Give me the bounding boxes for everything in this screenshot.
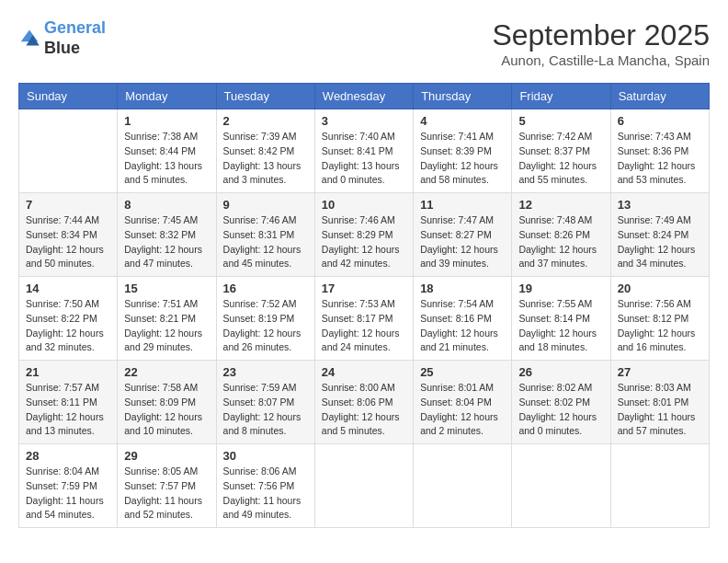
day-number: 22 <box>124 365 209 379</box>
title-area: September 2025 Aunon, Castille-La Mancha… <box>492 18 710 68</box>
day-info: Sunrise: 7:49 AMSunset: 8:24 PMDaylight:… <box>618 213 702 271</box>
calendar-header-row: SundayMondayTuesdayWednesdayThursdayFrid… <box>19 84 710 109</box>
day-number: 21 <box>26 365 110 379</box>
weekday-header: Friday <box>512 84 610 109</box>
calendar-cell: 28Sunrise: 8:04 AMSunset: 7:59 PMDayligh… <box>19 444 118 528</box>
calendar-week-row: 14Sunrise: 7:50 AMSunset: 8:22 PMDayligh… <box>19 277 710 361</box>
day-info: Sunrise: 7:46 AMSunset: 8:31 PMDaylight:… <box>223 213 308 271</box>
location: Aunon, Castille-La Mancha, Spain <box>492 52 710 68</box>
weekday-header: Wednesday <box>314 84 413 109</box>
calendar-cell: 29Sunrise: 8:05 AMSunset: 7:57 PMDayligh… <box>118 444 216 528</box>
logo-line2: Blue <box>44 39 106 59</box>
calendar-cell <box>314 444 413 528</box>
day-number: 15 <box>124 282 209 295</box>
day-number: 19 <box>518 282 603 295</box>
day-number: 3 <box>322 114 406 128</box>
logo-line1: General <box>44 18 106 37</box>
day-info: Sunrise: 8:03 AMSunset: 8:01 PMDaylight:… <box>618 381 702 439</box>
day-number: 2 <box>223 114 308 128</box>
day-info: Sunrise: 7:44 AMSunset: 8:34 PMDaylight:… <box>26 213 110 271</box>
logo: General Blue <box>18 18 106 58</box>
day-number: 6 <box>618 114 702 128</box>
calendar-cell: 22Sunrise: 7:58 AMSunset: 8:09 PMDayligh… <box>118 361 216 444</box>
day-number: 18 <box>420 282 505 295</box>
calendar-cell: 14Sunrise: 7:50 AMSunset: 8:22 PMDayligh… <box>19 277 118 361</box>
day-number: 29 <box>124 449 209 463</box>
day-info: Sunrise: 8:06 AMSunset: 7:56 PMDaylight:… <box>223 465 308 523</box>
calendar-cell: 23Sunrise: 7:59 AMSunset: 8:07 PMDayligh… <box>216 361 314 444</box>
day-info: Sunrise: 7:56 AMSunset: 8:12 PMDaylight:… <box>618 297 702 355</box>
day-number: 20 <box>618 282 702 295</box>
calendar-table: SundayMondayTuesdayWednesdayThursdayFrid… <box>18 83 710 528</box>
month-title: September 2025 <box>492 18 710 52</box>
day-number: 8 <box>124 198 209 212</box>
day-info: Sunrise: 8:00 AMSunset: 8:06 PMDaylight:… <box>322 381 406 439</box>
calendar-cell: 27Sunrise: 8:03 AMSunset: 8:01 PMDayligh… <box>610 361 709 444</box>
day-number: 7 <box>26 198 110 212</box>
day-number: 10 <box>322 198 406 212</box>
day-info: Sunrise: 7:50 AMSunset: 8:22 PMDaylight:… <box>26 297 110 355</box>
day-number: 27 <box>618 365 702 379</box>
calendar-cell: 17Sunrise: 7:53 AMSunset: 8:17 PMDayligh… <box>314 277 413 361</box>
calendar-week-row: 21Sunrise: 7:57 AMSunset: 8:11 PMDayligh… <box>19 361 710 444</box>
calendar-cell: 25Sunrise: 8:01 AMSunset: 8:04 PMDayligh… <box>414 361 512 444</box>
day-info: Sunrise: 8:01 AMSunset: 8:04 PMDaylight:… <box>420 381 505 439</box>
weekday-header: Tuesday <box>216 84 314 109</box>
weekday-header: Thursday <box>414 84 512 109</box>
logo-text: General Blue <box>44 18 106 58</box>
calendar-cell: 18Sunrise: 7:54 AMSunset: 8:16 PMDayligh… <box>414 277 512 361</box>
calendar-cell <box>512 444 610 528</box>
day-number: 30 <box>223 449 308 463</box>
calendar-cell: 21Sunrise: 7:57 AMSunset: 8:11 PMDayligh… <box>19 361 118 444</box>
day-info: Sunrise: 7:52 AMSunset: 8:19 PMDaylight:… <box>223 297 308 355</box>
day-number: 28 <box>26 449 110 463</box>
day-info: Sunrise: 7:48 AMSunset: 8:26 PMDaylight:… <box>518 213 603 271</box>
calendar-cell: 20Sunrise: 7:56 AMSunset: 8:12 PMDayligh… <box>610 277 709 361</box>
weekday-header: Monday <box>118 84 216 109</box>
calendar-cell: 10Sunrise: 7:46 AMSunset: 8:29 PMDayligh… <box>314 193 413 277</box>
day-info: Sunrise: 7:54 AMSunset: 8:16 PMDaylight:… <box>420 297 505 355</box>
weekday-header: Sunday <box>19 84 118 109</box>
calendar-cell: 19Sunrise: 7:55 AMSunset: 8:14 PMDayligh… <box>512 277 610 361</box>
day-number: 23 <box>223 365 308 379</box>
calendar-cell: 30Sunrise: 8:06 AMSunset: 7:56 PMDayligh… <box>216 444 314 528</box>
day-info: Sunrise: 7:42 AMSunset: 8:37 PMDaylight:… <box>518 130 603 188</box>
day-info: Sunrise: 7:45 AMSunset: 8:32 PMDaylight:… <box>124 213 209 271</box>
calendar-cell: 8Sunrise: 7:45 AMSunset: 8:32 PMDaylight… <box>118 193 216 277</box>
calendar-cell: 7Sunrise: 7:44 AMSunset: 8:34 PMDaylight… <box>19 193 118 277</box>
day-info: Sunrise: 7:55 AMSunset: 8:14 PMDaylight:… <box>518 297 603 355</box>
calendar-cell: 16Sunrise: 7:52 AMSunset: 8:19 PMDayligh… <box>216 277 314 361</box>
page-header: General Blue September 2025 Aunon, Casti… <box>18 18 710 68</box>
day-number: 1 <box>124 114 209 128</box>
day-info: Sunrise: 7:38 AMSunset: 8:44 PMDaylight:… <box>124 130 209 188</box>
day-info: Sunrise: 7:58 AMSunset: 8:09 PMDaylight:… <box>124 381 209 439</box>
calendar-week-row: 28Sunrise: 8:04 AMSunset: 7:59 PMDayligh… <box>19 444 710 528</box>
day-info: Sunrise: 7:51 AMSunset: 8:21 PMDaylight:… <box>124 297 209 355</box>
weekday-header: Saturday <box>610 84 709 109</box>
calendar-cell <box>610 444 709 528</box>
calendar-week-row: 7Sunrise: 7:44 AMSunset: 8:34 PMDaylight… <box>19 193 710 277</box>
day-number: 16 <box>223 282 308 295</box>
calendar-cell: 6Sunrise: 7:43 AMSunset: 8:36 PMDaylight… <box>610 109 709 193</box>
day-info: Sunrise: 8:04 AMSunset: 7:59 PMDaylight:… <box>26 465 110 523</box>
day-info: Sunrise: 7:53 AMSunset: 8:17 PMDaylight:… <box>322 297 406 355</box>
calendar-cell: 13Sunrise: 7:49 AMSunset: 8:24 PMDayligh… <box>610 193 709 277</box>
calendar-week-row: 1Sunrise: 7:38 AMSunset: 8:44 PMDaylight… <box>19 109 710 193</box>
day-info: Sunrise: 7:43 AMSunset: 8:36 PMDaylight:… <box>618 130 702 188</box>
day-number: 11 <box>420 198 505 212</box>
calendar-cell: 2Sunrise: 7:39 AMSunset: 8:42 PMDaylight… <box>216 109 314 193</box>
calendar-cell: 26Sunrise: 8:02 AMSunset: 8:02 PMDayligh… <box>512 361 610 444</box>
day-number: 5 <box>518 114 603 128</box>
calendar-cell: 15Sunrise: 7:51 AMSunset: 8:21 PMDayligh… <box>118 277 216 361</box>
day-info: Sunrise: 8:05 AMSunset: 7:57 PMDaylight:… <box>124 465 209 523</box>
day-info: Sunrise: 7:59 AMSunset: 8:07 PMDaylight:… <box>223 381 308 439</box>
day-number: 4 <box>420 114 505 128</box>
day-info: Sunrise: 7:41 AMSunset: 8:39 PMDaylight:… <box>420 130 505 188</box>
day-number: 26 <box>518 365 603 379</box>
calendar-cell: 24Sunrise: 8:00 AMSunset: 8:06 PMDayligh… <box>314 361 413 444</box>
day-info: Sunrise: 8:02 AMSunset: 8:02 PMDaylight:… <box>518 381 603 439</box>
calendar-cell: 5Sunrise: 7:42 AMSunset: 8:37 PMDaylight… <box>512 109 610 193</box>
day-number: 12 <box>518 198 603 212</box>
day-number: 17 <box>322 282 406 295</box>
calendar-cell: 9Sunrise: 7:46 AMSunset: 8:31 PMDaylight… <box>216 193 314 277</box>
